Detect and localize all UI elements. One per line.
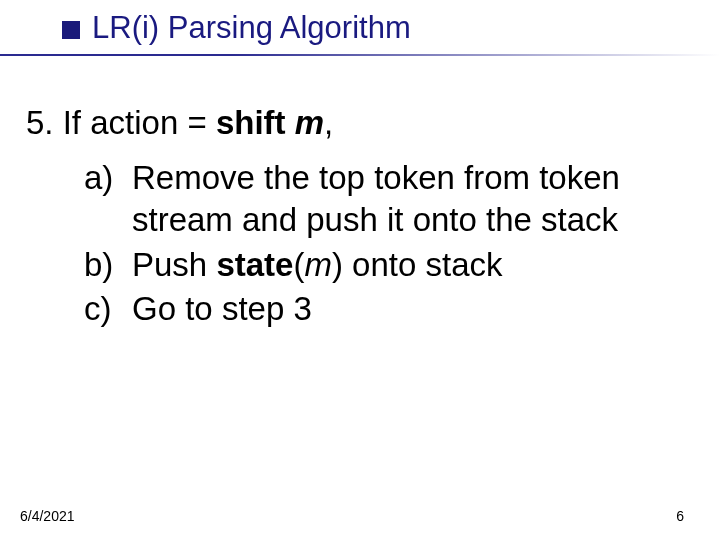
slide-title: LR(i) Parsing Algorithm <box>92 10 411 46</box>
substep-b-pre: Push <box>132 246 216 283</box>
step-5-line: 5. If action = shift m, <box>26 102 690 143</box>
title-bullet-icon <box>62 21 80 39</box>
substep-c-text: Go to step 3 <box>132 288 690 330</box>
substep-b-text: Push state(m) onto stack <box>132 244 690 286</box>
substep-c-label: c) <box>84 288 132 330</box>
substep-b-post: onto stack <box>343 246 503 283</box>
substep-b-bold: state <box>216 246 293 283</box>
substep-a: a) Remove the top token from token strea… <box>84 157 690 241</box>
substep-b-paren-close: ) <box>332 246 343 283</box>
step-prefix: If action = <box>63 104 216 141</box>
substep-list: a) Remove the top token from token strea… <box>26 157 690 330</box>
slide-body: 5. If action = shift m, a) Remove the to… <box>0 56 720 330</box>
substep-c: c) Go to step 3 <box>84 288 690 330</box>
substep-b-label: b) <box>84 244 132 286</box>
substep-a-label: a) <box>84 157 132 199</box>
footer-date: 6/4/2021 <box>20 508 75 524</box>
step-space <box>286 104 295 141</box>
step-action-word: shift <box>216 104 286 141</box>
step-suffix: , <box>324 104 333 141</box>
footer-page-number: 6 <box>676 508 684 524</box>
step-number: 5. <box>26 104 54 141</box>
substep-b-var: m <box>304 246 332 283</box>
substep-a-text: Remove the top token from token stream a… <box>132 157 690 241</box>
substep-b: b) Push state(m) onto stack <box>84 244 690 286</box>
step-var: m <box>295 104 324 141</box>
slide-title-row: LR(i) Parsing Algorithm <box>0 0 720 46</box>
substep-b-paren-open: ( <box>293 246 304 283</box>
